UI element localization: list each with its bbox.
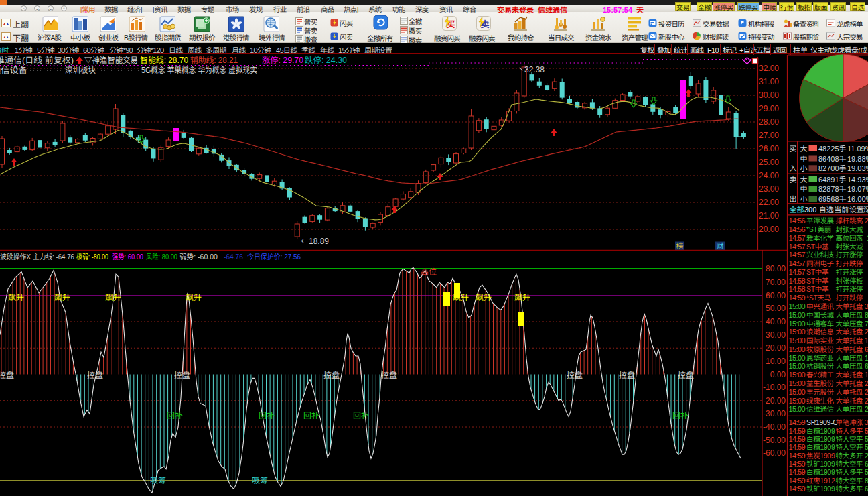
svg-text:控盘: 控盘 [619, 369, 635, 380]
svg-text:31.00: 31.00 [759, 77, 779, 86]
svg-text:飙升: 飙升 [186, 291, 202, 302]
svg-text:14:56: 14:56 [789, 216, 806, 225]
svg-text:21.00: 21.00 [759, 211, 779, 221]
svg-text:14:59: 14:59 [789, 435, 806, 443]
svg-text:高位: 高位 [421, 265, 437, 277]
svg-text:14:56: 14:56 [789, 225, 806, 233]
svg-text:30.00: 30.00 [759, 90, 779, 100]
svg-text:回补: 回补 [303, 409, 319, 420]
svg-text:27.00: 27.00 [759, 131, 779, 140]
svg-text:15:00: 15:00 [789, 397, 806, 405]
svg-text:14.93%: 14.93% [847, 176, 868, 184]
svg-text:23.00: 23.00 [759, 184, 779, 194]
svg-text:14:59: 14:59 [789, 443, 806, 451]
svg-text:极弱: -80.00: 极弱: -80.00 [76, 251, 108, 261]
svg-text:弱势: -60.00: 弱势: -60.00 [179, 251, 218, 261]
svg-text:-64.76: -64.76 [224, 251, 243, 261]
svg-text:控盘: 控盘 [174, 369, 190, 380]
svg-text:14:59: 14:59 [789, 418, 806, 426]
svg-text:回补: 回补 [353, 409, 369, 420]
svg-text:15:00: 15:00 [789, 354, 806, 362]
svg-text:32.00: 32.00 [759, 64, 779, 73]
svg-text:15:00: 15:00 [789, 371, 806, 379]
svg-text:20.00: 20.00 [759, 225, 779, 234]
svg-text:主力线: -64.76: 主力线: -64.76 [33, 251, 74, 261]
svg-text:涨停: 29.70: 涨停: 29.70 [262, 54, 303, 65]
svg-text:飙升: 飙升 [8, 291, 24, 302]
svg-text:14:57: 14:57 [789, 259, 806, 267]
svg-text:30.00: 30.00 [766, 330, 786, 340]
svg-text:15:00: 15:00 [789, 320, 806, 328]
svg-text:0.00: 0.00 [770, 370, 786, 379]
svg-text:14:59: 14:59 [789, 468, 806, 476]
svg-text:14:58: 14:58 [789, 285, 806, 293]
svg-text:14:59: 14:59 [789, 477, 806, 485]
svg-text:回补: 回补 [672, 409, 689, 420]
svg-text:15:00: 15:00 [789, 328, 806, 336]
svg-text:飙升: 飙升 [54, 291, 70, 302]
svg-text:14:59: 14:59 [789, 427, 806, 435]
svg-text:-10.00: -10.00 [763, 383, 786, 392]
svg-text:自选: 自选 [819, 204, 834, 214]
svg-text:出: 出 [790, 193, 797, 204]
svg-text:69568手: 69568手 [818, 193, 847, 204]
svg-text:50.00: 50.00 [766, 304, 786, 313]
svg-text:飙升: 飙升 [105, 291, 121, 302]
svg-text:回补: 回补 [259, 409, 275, 420]
svg-text:11.09%: 11.09% [847, 145, 868, 153]
svg-text:28.00: 28.00 [759, 117, 779, 127]
svg-text:16.00%: 16.00% [847, 195, 868, 203]
svg-text:22.00: 22.00 [759, 198, 779, 207]
svg-text:控盘: 控盘 [381, 369, 397, 380]
svg-text:深: 深 [863, 204, 868, 214]
svg-text:-50.00: -50.00 [763, 436, 786, 445]
svg-text:10.00: 10.00 [766, 357, 786, 366]
svg-text:15:00: 15:00 [789, 311, 806, 319]
svg-text:14:59: 14:59 [789, 485, 806, 493]
svg-text:跌停: 24.30: 跌停: 24.30 [305, 54, 347, 65]
svg-text:吸筹: 吸筹 [252, 474, 268, 485]
svg-text:15:00: 15:00 [789, 388, 806, 396]
svg-text:15:00: 15:00 [789, 345, 806, 353]
svg-text:19.07%: 19.07% [847, 185, 868, 193]
svg-text:14:57: 14:57 [789, 268, 806, 276]
svg-text:14:57: 14:57 [789, 251, 806, 259]
svg-text:买: 买 [790, 143, 797, 153]
svg-text:-60.00: -60.00 [763, 448, 786, 458]
svg-text:48225手: 48225手 [818, 143, 847, 153]
svg-text:14:57: 14:57 [789, 234, 806, 242]
svg-text:40.00: 40.00 [766, 317, 786, 326]
svg-text:小: 小 [800, 193, 808, 204]
svg-text:14:59: 14:59 [789, 294, 806, 302]
svg-text:24.00: 24.00 [759, 171, 779, 180]
svg-text:控盘: 控盘 [87, 369, 103, 380]
svg-text:飙升: 飙升 [453, 291, 469, 302]
svg-text:小: 小 [800, 162, 808, 173]
svg-text:强势: 60.00: 强势: 60.00 [112, 251, 143, 261]
svg-text:70.00: 70.00 [766, 277, 786, 287]
svg-text:80.00: 80.00 [766, 264, 786, 273]
svg-text:设置: 设置 [849, 204, 864, 214]
svg-text:中: 中 [800, 153, 808, 164]
svg-text:14:57: 14:57 [789, 243, 806, 251]
svg-text:-30.00: -30.00 [763, 409, 786, 418]
svg-text:波段操作X: 波段操作X [0, 251, 31, 261]
svg-text:15:00: 15:00 [789, 302, 806, 310]
svg-text:←18.89: ←18.89 [301, 235, 329, 246]
svg-text:飙升: 飙升 [514, 291, 530, 302]
svg-text:控盘: 控盘 [323, 369, 340, 380]
svg-text:86408手: 86408手 [818, 153, 847, 164]
svg-text:中: 中 [800, 183, 808, 194]
svg-text:300: 300 [804, 206, 816, 214]
svg-text:82878手: 82878手 [818, 183, 847, 194]
svg-text:控盘: 控盘 [678, 369, 694, 380]
svg-text:19.88%: 19.88% [847, 155, 868, 163]
svg-text:15:00: 15:00 [789, 379, 806, 387]
svg-text:铁矿1909: 铁矿1909 [806, 483, 835, 493]
svg-text:15:00: 15:00 [789, 405, 806, 413]
svg-text:回补: 回补 [167, 409, 183, 420]
svg-text:吸筹: 吸筹 [150, 474, 166, 485]
svg-text:60.00: 60.00 [766, 291, 786, 300]
svg-text:控盘: 控盘 [567, 369, 583, 380]
svg-text:14:59: 14:59 [789, 452, 806, 460]
